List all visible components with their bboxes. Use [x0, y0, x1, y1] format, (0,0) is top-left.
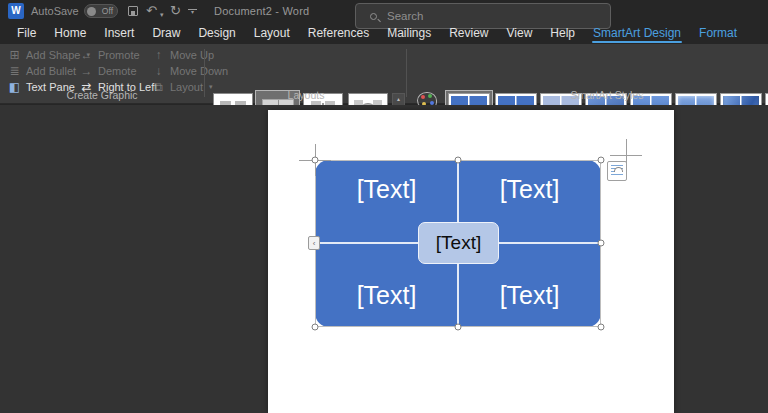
layout-options-icon: [611, 165, 623, 177]
tab-insert[interactable]: Insert: [95, 22, 143, 44]
tab-review[interactable]: Review: [440, 22, 497, 44]
add-shape-button[interactable]: ⊞ Add Shape ▾: [8, 47, 90, 62]
guide-crosshair: [626, 139, 627, 171]
resize-handle-middle-right[interactable]: [598, 240, 605, 247]
quadrant-top-left-text[interactable]: [Text]: [315, 174, 458, 204]
ribbon-separator: [406, 49, 407, 97]
undo-icon[interactable]: ↶: [146, 3, 157, 19]
autosave-state: Off: [102, 6, 113, 16]
resize-handle-top-right[interactable]: [598, 157, 605, 164]
autosave-toggle[interactable]: Off: [84, 4, 118, 18]
resize-handle-bottom-left[interactable]: [312, 324, 319, 331]
group-label-create-graphic: Create Graphic: [0, 89, 204, 101]
move-down-button[interactable]: ↓ Move Down: [152, 63, 228, 78]
resize-handle-bottom-center[interactable]: [455, 324, 462, 331]
search-input[interactable]: [387, 10, 610, 22]
tab-smartart-design[interactable]: SmartArt Design: [584, 22, 690, 44]
resize-handle-bottom-right[interactable]: [598, 324, 605, 331]
center-text[interactable]: [Text]: [436, 232, 481, 253]
tab-design[interactable]: Design: [189, 22, 244, 44]
resize-handle-top-left[interactable]: [312, 157, 319, 164]
tab-format[interactable]: Format: [690, 22, 746, 44]
promote-label: Promote: [98, 49, 140, 61]
demote-label: Demote: [98, 65, 137, 77]
quadrant-bottom-left-text[interactable]: [Text]: [315, 280, 458, 310]
demote-icon: →: [80, 65, 93, 77]
add-bullet-icon: ≣: [8, 65, 21, 77]
ribbon-separator: [204, 49, 205, 97]
move-up-icon: ↑: [152, 49, 165, 61]
resize-handle-top-center[interactable]: [455, 157, 462, 164]
autosave-toggle-knob: [87, 7, 96, 16]
tab-help[interactable]: Help: [541, 22, 584, 44]
search-icon: [370, 13, 377, 20]
word-logo-icon: W: [8, 3, 24, 19]
add-shape-label: Add Shape: [26, 49, 80, 61]
save-icon[interactable]: [128, 6, 138, 16]
text-pane-launcher-button[interactable]: ‹: [308, 236, 320, 250]
promote-button[interactable]: ← Promote: [80, 47, 140, 62]
word-window: W AutoSave Off ↶ ▾ ↻ ▾ Document2 - Word …: [0, 0, 768, 413]
move-up-label: Move Up: [170, 49, 214, 61]
demote-button[interactable]: → Demote: [80, 63, 137, 78]
tab-draw[interactable]: Draw: [143, 22, 189, 44]
quick-access-more-icon[interactable]: ▾: [188, 9, 197, 15]
tab-home[interactable]: Home: [45, 22, 95, 44]
ribbon-tab-row: File Home Insert Draw Design Layout Refe…: [0, 22, 768, 44]
document-title: Document2 - Word: [214, 5, 309, 17]
add-bullet-button[interactable]: ≣ Add Bullet: [8, 63, 76, 78]
quadrant-bottom-right-text[interactable]: [Text]: [458, 280, 601, 310]
redo-icon[interactable]: ↻: [170, 3, 181, 19]
ribbon: ⊞ Add Shape ▾ ≣ Add Bullet ◧ Text Pane ←…: [0, 44, 768, 104]
layout-options-button[interactable]: [607, 161, 627, 181]
smartart-graphic[interactable]: [Text] [Text] [Text] [Text] [Text] ‹: [315, 160, 601, 327]
add-shape-icon: ⊞: [8, 49, 21, 61]
tab-layout[interactable]: Layout: [245, 22, 299, 44]
move-down-icon: ↓: [152, 65, 165, 77]
tab-view[interactable]: View: [498, 22, 542, 44]
promote-icon: ←: [80, 49, 93, 61]
center-shape[interactable]: [Text]: [418, 222, 499, 264]
tab-mailings[interactable]: Mailings: [378, 22, 440, 44]
undo-caret-icon[interactable]: ▾: [160, 7, 164, 23]
add-bullet-label: Add Bullet: [26, 65, 76, 77]
quadrant-top-right-text[interactable]: [Text]: [458, 174, 601, 204]
title-bar: W AutoSave Off ↶ ▾ ↻ ▾ Document2 - Word: [0, 0, 768, 22]
autosave-label: AutoSave: [31, 5, 79, 17]
group-label-smartart-styles: SmartArt Styles: [446, 89, 768, 101]
group-label-layouts: Layouts: [206, 89, 406, 101]
move-down-label: Move Down: [170, 65, 228, 77]
tab-references[interactable]: References: [299, 22, 378, 44]
tab-file[interactable]: File: [8, 22, 45, 44]
